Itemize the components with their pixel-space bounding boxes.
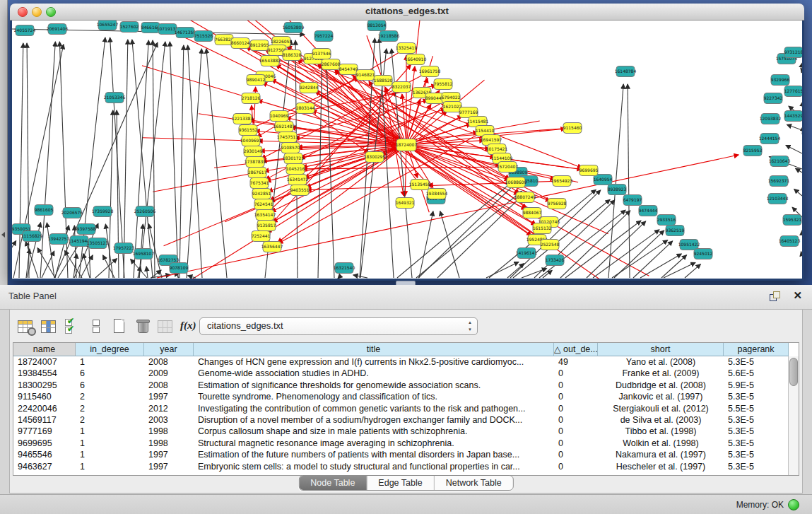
graph-node-16354147[interactable]: 16354147 bbox=[254, 210, 276, 221]
graph-node-16640910[interactable]: 16640910 bbox=[405, 54, 427, 65]
column-header-short[interactable]: short bbox=[598, 343, 724, 356]
table-row[interactable]: 969969511998Structural magnetic resonanc… bbox=[13, 438, 789, 449]
graph-node-7955812[interactable]: 7955812 bbox=[434, 79, 453, 90]
collapsed-control-panel-strip[interactable] bbox=[0, 0, 8, 285]
graph-node-19654923[interactable]: 19654923 bbox=[551, 176, 573, 187]
graph-node-1527602[interactable]: 1527602 bbox=[120, 22, 139, 33]
graph-node-18301725[interactable]: 18301725 bbox=[283, 153, 305, 164]
graph-node-17957223[interactable]: 17957223 bbox=[113, 243, 135, 254]
graph-node-9146821[interactable]: 9146821 bbox=[356, 70, 375, 81]
column-header-title[interactable]: title bbox=[194, 343, 554, 356]
graph-node-12103448[interactable]: 12103448 bbox=[767, 194, 789, 204]
graph-node-9403551[interactable]: 9403551 bbox=[290, 185, 310, 196]
network-canvas-svg[interactable]: 2405572420691406106552471527602846616010… bbox=[12, 21, 802, 279]
graph-node-7515526[interactable]: 7515526 bbox=[194, 31, 213, 42]
tab-edge-table[interactable]: Edge Table bbox=[366, 476, 433, 490]
graph-node-17359928[interactable]: 17359928 bbox=[92, 206, 114, 217]
graph-node-9115460[interactable]: 9115460 bbox=[563, 123, 582, 134]
graph-node-18300295[interactable]: 18300295 bbox=[364, 152, 386, 163]
float-panel-icon[interactable] bbox=[770, 291, 781, 301]
graph-node-9242851[interactable]: 9242851 bbox=[252, 189, 271, 199]
column-header-pagerank[interactable]: pagerank bbox=[724, 343, 789, 356]
graph-node-9861605[interactable]: 9861605 bbox=[35, 205, 54, 216]
graph-node-1040969[interactable]: 1040969 bbox=[270, 111, 289, 122]
graph-node-1733426[interactable]: 1733426 bbox=[546, 255, 565, 266]
table-row[interactable]: 911546021997Tourette syndrome. Phenomeno… bbox=[13, 391, 789, 402]
row-height-icon[interactable] bbox=[86, 317, 107, 336]
graph-node-16958107[interactable]: 16958107 bbox=[133, 249, 155, 259]
graph-node-16053809[interactable]: 16053809 bbox=[283, 23, 305, 33]
graph-node-8813054[interactable]: 8813054 bbox=[367, 21, 387, 31]
select-columns-icon[interactable]: ✔ ✔ bbox=[62, 317, 83, 336]
graph-node-14196141[interactable]: 14196141 bbox=[516, 248, 538, 259]
graph-node-12213383[interactable]: 12213383 bbox=[232, 114, 254, 124]
graph-node-1045216[interactable]: 1045216 bbox=[286, 164, 305, 175]
graph-node-16321540[interactable]: 16321540 bbox=[334, 263, 355, 274]
graph-node-9756928[interactable]: 9756928 bbox=[548, 199, 567, 209]
graph-node-8938923[interactable]: 8938923 bbox=[608, 185, 627, 195]
graph-node-24055724[interactable]: 24055724 bbox=[14, 25, 36, 36]
graph-node-9242844[interactable]: 9242844 bbox=[300, 83, 319, 93]
tab-node-table[interactable]: Node Table bbox=[299, 476, 366, 490]
graph-node-16543882[interactable]: 16543882 bbox=[259, 56, 281, 66]
graph-node-1649321[interactable]: 1649321 bbox=[396, 198, 415, 209]
graph-node-25260506[interactable]: 25260506 bbox=[134, 206, 156, 217]
graph-node-8912955[interactable]: 8912955 bbox=[250, 40, 269, 51]
graph-node-13505123[interactable]: 13505123 bbox=[87, 238, 109, 249]
hub-graph-node-18724007[interactable]: 18724007 bbox=[396, 139, 418, 151]
graph-node-17387839[interactable]: 17387839 bbox=[245, 157, 266, 168]
table-row[interactable]: 1938455462009Genome-wide association stu… bbox=[13, 368, 789, 379]
graph-node-20206576[interactable]: 20206576 bbox=[61, 208, 83, 218]
graph-node-7675341[interactable]: 7675341 bbox=[250, 178, 269, 189]
graph-node-16921487[interactable]: 16921487 bbox=[273, 122, 295, 132]
tab-network-table[interactable]: Network Table bbox=[434, 476, 513, 490]
graph-node-9397588[interactable]: 9397588 bbox=[77, 224, 96, 235]
column-header-out_degree[interactable]: △ out_de... bbox=[554, 343, 598, 356]
graph-node-1640954[interactable]: 1640954 bbox=[594, 175, 613, 185]
graph-node-16341472[interactable]: 16341472 bbox=[287, 175, 309, 185]
graph-node-1443529[interactable]: 1443529 bbox=[784, 111, 802, 122]
graph-node-19384554[interactable]: 19384554 bbox=[426, 189, 448, 199]
graph-node-13325419[interactable]: 13325419 bbox=[396, 43, 418, 54]
graph-node-20691406[interactable]: 20691406 bbox=[47, 24, 69, 35]
graph-node-2718126[interactable]: 2718126 bbox=[242, 93, 261, 104]
scrollbar-thumb[interactable] bbox=[789, 358, 798, 386]
table-row[interactable]: 1872400712008Changes of HCN gene express… bbox=[13, 356, 789, 368]
table-row[interactable]: 1456911722003Disruption of a novel membe… bbox=[13, 414, 789, 426]
graph-node-12444154[interactable]: 12444154 bbox=[759, 134, 781, 144]
graph-node-6479197[interactable]: 6479197 bbox=[623, 195, 642, 206]
graph-node-10688609[interactable]: 10688609 bbox=[505, 177, 527, 188]
graph-node-9474444[interactable]: 9474444 bbox=[639, 206, 658, 216]
graph-node-9699695[interactable]: 9699695 bbox=[579, 165, 599, 176]
table-row[interactable]: 946362711997Embryonic stem cells: a mode… bbox=[13, 461, 789, 472]
graph-node-15135458[interactable]: 15135458 bbox=[409, 180, 431, 190]
graph-node-9361552[interactable]: 9361552 bbox=[239, 125, 258, 136]
graph-node-11156829[interactable]: 11156829 bbox=[21, 231, 43, 242]
graph-node-8454749[interactable]: 8454749 bbox=[339, 64, 358, 75]
network-canvas[interactable]: 2405572420691406106552471527602846616010… bbox=[12, 21, 802, 279]
graph-node-9362519[interactable]: 9362519 bbox=[666, 226, 685, 236]
graph-node-2522548[interactable]: 2522548 bbox=[541, 240, 560, 250]
graph-node-16405123[interactable]: 16405123 bbox=[779, 236, 801, 247]
graph-node-15692371[interactable]: 15692371 bbox=[768, 176, 790, 187]
graph-node-9245012[interactable]: 9245012 bbox=[694, 249, 713, 259]
graph-node-9227342[interactable]: 9227342 bbox=[764, 93, 783, 104]
create-column-icon[interactable] bbox=[109, 317, 130, 336]
graph-node-12093832[interactable]: 12093832 bbox=[760, 114, 782, 124]
graph-node-10409691[interactable]: 10409691 bbox=[240, 136, 262, 146]
table-row[interactable]: 2242004622012Investigating the contribut… bbox=[13, 403, 789, 414]
graph-node-7957224[interactable]: 7957224 bbox=[314, 31, 334, 42]
graph-node-17457511[interactable]: 17457511 bbox=[277, 132, 299, 143]
column-header-name[interactable]: name bbox=[13, 343, 76, 356]
table-mode-icon[interactable] bbox=[16, 317, 37, 336]
graph-node-9137546[interactable]: 9137546 bbox=[312, 49, 331, 59]
table-row[interactable]: 946554611997Estimation of the future num… bbox=[13, 449, 789, 460]
graph-node-2930149[interactable]: 2930149 bbox=[244, 146, 263, 157]
graph-node-9135817[interactable]: 9135817 bbox=[257, 221, 276, 231]
graph-node-2867617[interactable]: 2867617 bbox=[248, 168, 267, 178]
graph-node-9884067[interactable]: 9884067 bbox=[523, 208, 542, 218]
expand-panel-arrow-icon[interactable] bbox=[1, 232, 5, 238]
graph-node-9078109[interactable]: 9078109 bbox=[170, 263, 189, 274]
graph-node-2867608[interactable]: 2867608 bbox=[322, 59, 341, 70]
vertical-scrollbar[interactable] bbox=[788, 356, 799, 475]
